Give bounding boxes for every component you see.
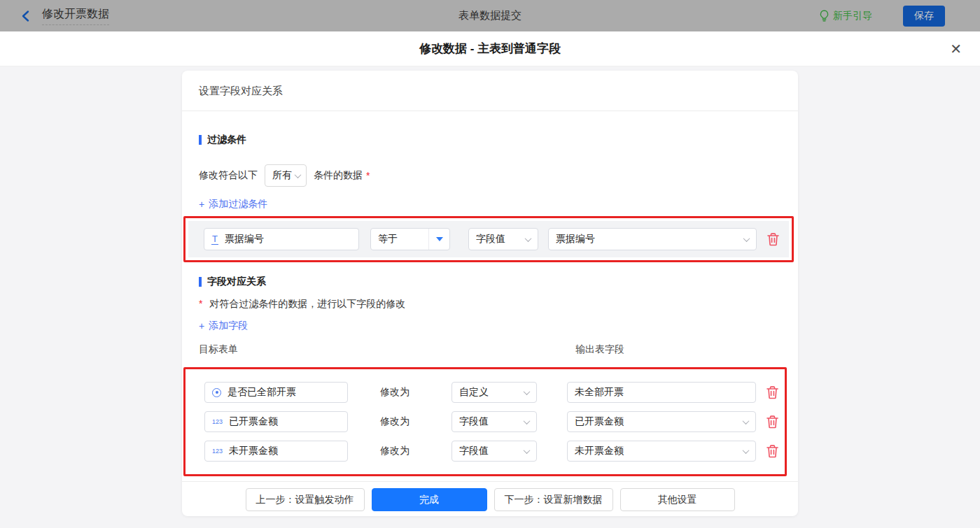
output-field-value: 已开票金额: [575, 415, 624, 428]
mapping-section-label: 字段对应关系: [207, 276, 266, 288]
add-filter-condition-link[interactable]: + 添加过滤条件: [199, 198, 267, 211]
filter-field-value: 票据编号: [225, 233, 264, 245]
filter-match-line: 修改符合以下 所有 条件的数据 *: [199, 164, 781, 187]
trash-icon: [766, 385, 779, 399]
plus-icon: +: [199, 199, 204, 210]
operator-caret-segment[interactable]: [428, 229, 449, 250]
prev-step-button[interactable]: 上一步：设置触发动作: [246, 488, 365, 511]
flow-title[interactable]: 修改开票数据: [42, 7, 109, 25]
save-button[interactable]: 保存: [903, 6, 945, 27]
mapping-row: 123 未开票金额 修改为 字段值 未开票金额: [204, 441, 785, 462]
modal-body: 设置字段对应关系 过滤条件 修改符合以下 所有 条件的数据 *: [0, 66, 980, 528]
output-field-select[interactable]: 已开票金额: [567, 411, 756, 432]
match-line-prefix: 修改符合以下: [199, 169, 258, 182]
target-field-select[interactable]: 123 已开票金额: [204, 411, 348, 432]
output-field-value: 未开票金额: [575, 445, 624, 457]
delete-row-button[interactable]: [766, 385, 779, 399]
chevron-down-icon: [743, 447, 750, 454]
required-asterisk: *: [366, 170, 370, 181]
mapping-hint-text: 对符合过滤条件的数据，进行以下字段的修改: [209, 298, 405, 309]
beginner-guide-button[interactable]: 新手引导: [819, 10, 872, 22]
filter-section-label: 过滤条件: [207, 134, 246, 146]
other-settings-button[interactable]: 其他设置: [620, 488, 735, 511]
output-field-select[interactable]: 未开票金额: [567, 441, 756, 462]
filter-value-select[interactable]: 票据编号: [548, 228, 757, 250]
mapping-hint: * 对符合过滤条件的数据，进行以下字段的修改: [199, 298, 781, 311]
settings-card: 设置字段对应关系 过滤条件 修改符合以下 所有 条件的数据 *: [182, 71, 798, 516]
column-labels: 目标表单 输出表字段: [199, 343, 781, 356]
filter-section-title: 过滤条件: [199, 134, 781, 146]
modify-type-value: 字段值: [459, 445, 489, 457]
modify-data-modal: 修改数据 - 主表到普通字段 ✕ 设置字段对应关系 过滤条件 修改符合以下 所有…: [0, 31, 980, 528]
filter-field-select[interactable]: T 票据编号: [204, 228, 359, 250]
trash-icon: [766, 444, 779, 458]
custom-value: 未全部开票: [575, 386, 624, 399]
modal-title: 修改数据 - 主表到普通字段: [419, 41, 561, 57]
filter-condition-row: T 票据编号 等于 字段值: [188, 221, 789, 257]
target-field-value: 是否已全部开票: [227, 386, 296, 399]
match-mode-select[interactable]: 所有: [265, 164, 307, 187]
chevron-down-icon: [524, 447, 531, 454]
modify-to-label: 修改为: [380, 386, 410, 399]
text-field-icon: T: [211, 234, 218, 245]
radio-icon: [212, 388, 221, 397]
modify-type-value: 字段值: [459, 415, 489, 428]
chevron-down-icon: [524, 388, 531, 395]
back-arrow-icon[interactable]: [20, 10, 32, 22]
target-form-column-label: 目标表单: [199, 343, 238, 355]
custom-value-input[interactable]: 未全部开票: [567, 382, 756, 403]
next-step-button[interactable]: 下一步：设置新增数据: [494, 488, 613, 511]
operator-value: 等于: [371, 229, 428, 250]
close-icon[interactable]: ✕: [950, 42, 962, 56]
chevron-down-icon: [743, 235, 750, 242]
target-field-value: 未开票金额: [229, 445, 278, 457]
filter-value: 票据编号: [556, 233, 595, 245]
operator-select[interactable]: 等于: [370, 228, 450, 250]
delete-condition-button[interactable]: [766, 232, 780, 246]
filter-annotation-box: T 票据编号 等于 字段值: [183, 216, 794, 262]
mapping-row: 123 已开票金额 修改为 字段值 已开票金额: [204, 411, 785, 432]
mapping-annotation-box: 是否已全部开票 修改为 自定义 未全部开票: [183, 367, 787, 476]
section-bar-icon: [199, 277, 202, 287]
modify-type-select[interactable]: 字段值: [451, 441, 537, 462]
modify-type-value: 自定义: [459, 386, 489, 399]
caret-down-icon: [436, 237, 443, 241]
card-content: 过滤条件 修改符合以下 所有 条件的数据 * + 添加过滤条件: [182, 111, 798, 481]
chevron-down-icon: [525, 235, 532, 242]
target-field-select[interactable]: 123 未开票金额: [204, 441, 348, 462]
required-asterisk: *: [199, 298, 202, 309]
beginner-guide-label: 新手引导: [833, 10, 872, 22]
modify-to-label: 修改为: [380, 445, 410, 457]
chevron-down-icon: [524, 418, 531, 424]
chevron-down-icon: [743, 418, 750, 424]
section-bar-icon: [199, 135, 202, 145]
modal-header: 修改数据 - 主表到普通字段 ✕: [0, 31, 980, 66]
delete-row-button[interactable]: [766, 415, 779, 429]
number-icon: 123: [212, 448, 223, 455]
done-button[interactable]: 完成: [372, 488, 487, 511]
chevron-down-icon: [295, 171, 302, 178]
output-field-column-label: 输出表字段: [575, 343, 624, 356]
match-mode-value: 所有: [272, 169, 292, 182]
delete-row-button[interactable]: [766, 444, 779, 458]
add-field-label: 添加字段: [209, 320, 248, 332]
modify-to-label: 修改为: [380, 415, 410, 428]
target-field-select[interactable]: 是否已全部开票: [204, 382, 348, 403]
mapping-row: 是否已全部开票 修改为 自定义 未全部开票: [204, 382, 785, 403]
lightbulb-icon: [819, 10, 830, 22]
match-line-suffix: 条件的数据: [314, 169, 363, 182]
target-field-value: 已开票金额: [229, 415, 278, 428]
card-footer: 上一步：设置触发动作 完成 下一步：设置新增数据 其他设置: [182, 481, 798, 516]
card-header-title: 设置字段对应关系: [182, 71, 798, 111]
add-field-link[interactable]: + 添加字段: [199, 320, 248, 332]
add-filter-condition-label: 添加过滤条件: [209, 198, 267, 211]
topbar: 修改开票数据 表单数据提交 新手引导 保存: [0, 0, 980, 31]
mapping-section-title: 字段对应关系: [199, 276, 781, 288]
trash-icon: [766, 415, 779, 429]
modify-type-select[interactable]: 字段值: [451, 411, 537, 432]
modify-type-select[interactable]: 自定义: [451, 382, 537, 403]
plus-icon: +: [199, 320, 204, 331]
value-type-value: 字段值: [476, 233, 505, 245]
number-icon: 123: [212, 418, 223, 425]
value-type-select[interactable]: 字段值: [468, 228, 538, 250]
